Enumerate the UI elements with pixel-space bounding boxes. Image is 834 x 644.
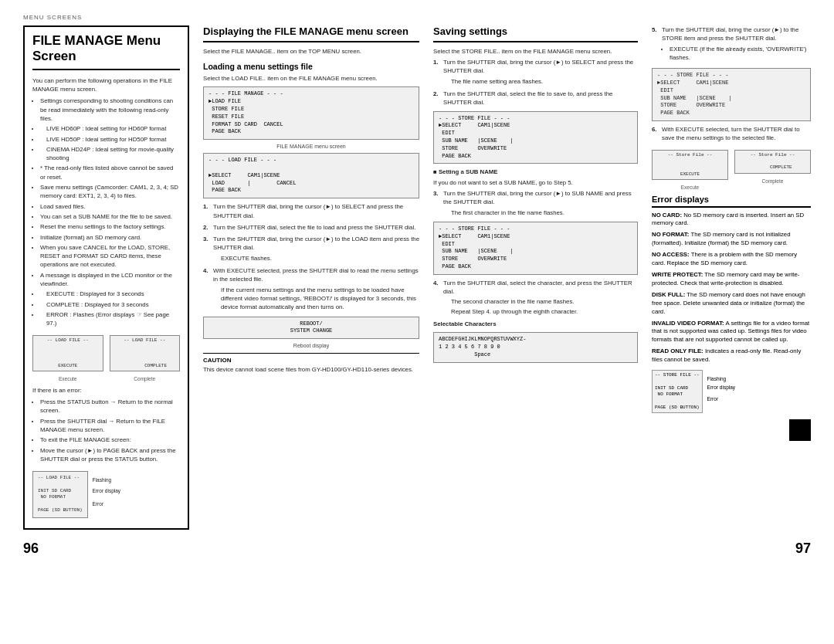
saving-steps3: 4. Turn the SHUTTER dial, select the cha… — [433, 279, 638, 317]
right-column: Saving settings Select the STORE FILE.. … — [433, 25, 638, 530]
page-title: FILE MANAGE Menu Screen — [32, 33, 180, 70]
execute-complete-screens: -- LOAD FILE -- EXECUTE Execute -- LOAD … — [32, 331, 180, 383]
flashing-label: Flashing — [93, 476, 120, 483]
flashing-label-right: Flashing — [707, 376, 735, 381]
error-label-right: Error — [707, 396, 735, 402]
step6-complete-item: -- Store File -- COMPLETE Complete — [734, 146, 811, 192]
error-diagram: -- LOAD FILE -- INIT SD CARD NO FORMAT P… — [32, 467, 180, 521]
reboot-caption: Reboot display — [203, 343, 419, 348]
saving-step-1: 1. Turn the SHUTTER dial, bring the curs… — [433, 58, 638, 86]
execute-caption: Execute — [32, 375, 103, 382]
error-screen-left: -- LOAD FILE -- INIT SD CARD NO FORMAT P… — [32, 467, 88, 521]
saving-step-3: 3. Turn the SHUTTER dial, bring the curs… — [433, 189, 638, 218]
list-item: CINEMA HD24P : Ideal setting for movie-q… — [40, 145, 180, 163]
list-item: To exit the FILE MANAGE screen: — [40, 436, 180, 444]
error-diagram-labels-right: Flashing Error display Error — [707, 368, 735, 402]
selectable-chars-label: Selectable Characters — [433, 320, 638, 328]
step6-complete-label: Complete — [734, 178, 811, 185]
list-item: LIVE HD50P : Ideal setting for HD50P for… — [40, 135, 180, 144]
caution-box: CAUTION This device cannot load scene fi… — [203, 353, 419, 374]
saving-steps2: 3. Turn the SHUTTER dial, bring the curs… — [433, 189, 638, 218]
load-section-title: Loading a menu settings file — [203, 62, 419, 71]
saving-steps: 1. Turn the SHUTTER dial, bring the curs… — [433, 58, 638, 107]
menu-screens-label: MENU SCREENS — [23, 14, 811, 21]
list-item: Save menu settings (Camcorder: CAM1, 2, … — [40, 183, 180, 201]
list-item: Load saved files. — [40, 202, 180, 211]
step6-screens: -- Store File -- EXECUTE Execute -- Stor… — [652, 146, 811, 192]
bullet-list: Settings corresponding to shooting condi… — [32, 97, 180, 327]
list-item: Initialize (format) an SD memory card. — [40, 233, 180, 242]
list-item: You can set a SUB NAME for the file to b… — [40, 212, 180, 221]
error-diagram-right: -- STORE FILE -- INIT SD CARD NO FORMAT … — [652, 368, 811, 415]
error-write-protect: WRITE PROTECT: The SD memory card may be… — [652, 271, 811, 288]
list-item: When you save CANCEL for the LOAD, STORE… — [40, 243, 180, 269]
step-1: 1. Turn the SHUTTER dial, bring the curs… — [203, 202, 419, 220]
saving-step-4: 4. Turn the SHUTTER dial, select the cha… — [433, 279, 638, 317]
far-right-column: 5. Turn the SHUTTER dial, bring the curs… — [652, 25, 811, 530]
error-no-format: NO FORMAT: The SD memory card is not ini… — [652, 231, 811, 248]
caution-title: CAUTION — [203, 357, 419, 364]
list-item: COMPLETE : Displayed for 3 seconds — [40, 300, 180, 309]
error-bullets: Press the STATUS button → Return to the … — [32, 398, 180, 463]
load-file-screen: - - - LOAD FILE - - - ►SELECT CAM1|SCENE… — [203, 153, 419, 198]
intro-text: You can perform the following operations… — [32, 76, 180, 94]
error-section-title: Error displays — [652, 195, 811, 208]
step6-execute-screen: -- Store File -- EXECUTE — [652, 150, 728, 181]
middle-column: Displaying the FILE MANAGE menu screen S… — [203, 25, 419, 530]
list-item: LIVE HD60P : Ideal setting for HD60P for… — [40, 124, 180, 133]
error-read-only: READ ONLY FILE: Indicates a read-only fi… — [652, 347, 811, 364]
list-item: Press the STATUS button → Return to the … — [40, 398, 180, 415]
left-col-body: You can perform the following operations… — [32, 76, 180, 522]
error-display-label: Error display — [93, 487, 120, 494]
list-item: * The read-only files listed above canno… — [40, 164, 180, 181]
saving-title: Saving settings — [433, 25, 638, 42]
error-display-label-right: Error display — [707, 385, 735, 390]
error-label: Error — [93, 500, 120, 507]
page-number-left: 96 — [23, 541, 39, 557]
page-number-right: 97 — [795, 541, 811, 557]
store-file-screen-1: - - - STORE FILE - - - ►SELECT CAM1|SCEN… — [433, 111, 638, 164]
error-screen-text: -- LOAD FILE -- INIT SD CARD NO FORMAT P… — [32, 471, 88, 517]
complete-caption: Complete — [110, 375, 181, 382]
file-manage-screen: - - - FILE MANAGE - - - ►LOAD FILE STORE… — [203, 86, 419, 140]
error-intro: If there is an error: — [32, 386, 180, 395]
load-steps: 1. Turn the SHUTTER dial, bring the curs… — [203, 202, 419, 312]
load-body: Select the LOAD FILE.. item on the FILE … — [203, 74, 419, 83]
file-manage-caption: FILE MANAGE menu screen — [203, 144, 419, 149]
step6-execute-label: Execute — [652, 184, 728, 191]
display-section-title: Displaying the FILE MANAGE menu screen — [203, 25, 419, 42]
list-item: A message is displayed in the LCD monito… — [40, 271, 180, 289]
page: MENU SCREENS FILE MANAGE Menu Screen You… — [0, 0, 834, 644]
error-no-card: NO CARD: No SD memory card is inserted. … — [652, 212, 811, 229]
sub-name-header: ■ Setting a SUB NAME — [433, 168, 638, 176]
error-invalid-video: INVALID VIDEO FORMAT: A settings file fo… — [652, 320, 811, 345]
complete-screen-item: -- LOAD FILE -- COMPLETE Complete — [110, 331, 181, 383]
list-item: Press the SHUTTER dial → Return to the F… — [40, 417, 180, 435]
caution-text: This device cannot load scene files from… — [203, 365, 419, 374]
error-screen-text-right: -- STORE FILE -- INIT SD CARD NO FORMAT … — [652, 370, 703, 413]
list-item: Move the cursor (►) to PAGE BACK and pre… — [40, 446, 180, 464]
list-item: Settings corresponding to shooting condi… — [40, 97, 180, 123]
saving-step-2: 2. Turn the SHUTTER dial, select the fil… — [433, 90, 638, 107]
step6-execute-item: -- Store File -- EXECUTE Execute — [652, 146, 728, 192]
error-disk-full: DISK FULL: The SD memory card does not h… — [652, 291, 811, 317]
error-screen-right: -- STORE FILE -- INIT SD CARD NO FORMAT … — [652, 368, 703, 415]
step6-complete-screen: -- Store File -- COMPLETE — [734, 150, 811, 174]
far-right-body: 5. Turn the SHUTTER dial, bring the curs… — [652, 25, 811, 192]
left-column: FILE MANAGE Menu Screen You can perform … — [23, 25, 189, 530]
list-item: ERROR : Flashes (Error displays ☞ See pa… — [40, 310, 180, 328]
list-item: EXECUTE : Displayed for 3 seconds — [40, 290, 180, 298]
error-labels: Flashing Error display Error — [93, 467, 120, 507]
black-square — [789, 419, 811, 441]
execute-screen-item: -- LOAD FILE -- EXECUTE Execute — [32, 331, 103, 383]
selectable-chars-screen: ABCDEFGHIJKLMNOPQRSTUVWXYZ- 1 2 3 4 5 6 … — [433, 332, 638, 362]
step-4: 4. With EXECUTE selected, press the SHUT… — [203, 266, 419, 312]
list-item: Reset the menu settings to the factory s… — [40, 222, 180, 231]
saving-intro: Select the STORE FILE.. item on the FILE… — [433, 47, 638, 56]
step-6-container: 6. With EXECUTE selected, turn the SHUTT… — [652, 125, 811, 143]
store-file-screen-2: - - - STORE FILE - - - ►SELECT CAM1|SCEN… — [433, 222, 638, 275]
display-body: Select the FILE MANAGE.. item on the TOP… — [203, 47, 419, 56]
reboot-screen: REBOOT/ SYSTEM CHANGE — [203, 317, 419, 340]
store-file-screen-3: - - - STORE FILE - - - ►SELECT CAM1|SCEN… — [652, 68, 811, 121]
error-no-access: NO ACCESS: There is a problem with the S… — [652, 251, 811, 268]
